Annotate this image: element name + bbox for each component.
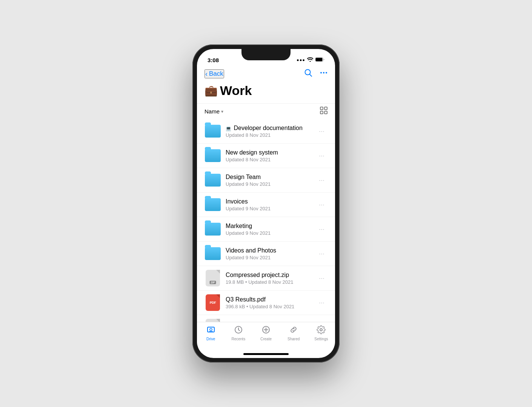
file-info: Videos and Photos Updated 9 Nov 2021 <box>226 247 316 260</box>
link-icon <box>289 325 298 336</box>
file-list: 💻 Developer documentation Updated 8 Nov … <box>197 119 335 322</box>
svg-point-4 <box>320 72 322 73</box>
folder-icon <box>205 174 221 187</box>
more-options-icon[interactable]: ··· <box>316 248 328 259</box>
file-info: 💻 Developer documentation Updated 8 Nov … <box>226 125 316 138</box>
zip-icon-wrap: ZIP <box>204 319 221 322</box>
sort-button[interactable]: Name ▾ <box>204 108 223 115</box>
list-item[interactable]: ZIP Compressed project.zip 19.8 MB • Upd… <box>197 266 335 291</box>
more-options-icon[interactable]: ··· <box>316 297 328 308</box>
folder-icon <box>205 198 221 211</box>
phone-screen: 3:08 ●●● <box>197 49 335 358</box>
page-title: 💼 Work <box>204 83 328 98</box>
file-meta: 396.8 kB • Updated 8 Nov 2021 <box>226 304 316 309</box>
file-name: Compressed project.zip <box>226 272 316 278</box>
svg-rect-10 <box>324 111 327 114</box>
file-name: Q3 Results.pdf <box>226 296 316 303</box>
file-name: Invoices <box>226 198 316 205</box>
sort-bar: Name ▾ <box>197 103 335 119</box>
svg-point-6 <box>326 72 327 73</box>
file-meta: Updated 8 Nov 2021 <box>226 132 316 138</box>
back-label: Back <box>209 70 223 78</box>
search-button[interactable] <box>304 69 312 79</box>
plus-circle-icon <box>261 325 271 336</box>
folder-icon-wrap <box>204 221 221 237</box>
folder-icon <box>205 149 221 162</box>
svg-line-3 <box>310 74 312 77</box>
svg-rect-7 <box>320 107 323 110</box>
status-time: 3:08 <box>208 57 219 63</box>
grid-view-button[interactable] <box>320 107 328 116</box>
file-info: Q3 Results.pdf 396.8 kB • Updated 8 Nov … <box>226 296 316 309</box>
battery-icon <box>315 57 324 63</box>
list-item[interactable]: Design Team Updated 9 Nov 2021 ··· <box>197 168 335 193</box>
tab-shared-label: Shared <box>288 337 300 341</box>
folder-icon <box>205 125 221 138</box>
svg-point-12 <box>210 329 212 331</box>
nav-bar: ‹ Back <box>197 66 335 82</box>
list-item[interactable]: Videos and Photos Updated 9 Nov 2021 ··· <box>197 242 335 266</box>
folder-icon <box>205 223 221 236</box>
folder-icon-wrap <box>204 123 221 139</box>
list-item[interactable]: PDF Q3 Results.pdf 396.8 kB • Updated 8 … <box>197 291 335 315</box>
folder-icon-wrap <box>204 245 221 262</box>
file-meta: 19.8 MB • Updated 8 Nov 2021 <box>226 279 316 285</box>
folder-icon-wrap <box>204 147 221 164</box>
notch <box>241 49 291 60</box>
svg-rect-13 <box>209 331 213 332</box>
file-meta: Updated 9 Nov 2021 <box>226 255 316 260</box>
more-options-button[interactable] <box>320 69 328 78</box>
more-options-icon[interactable]: ··· <box>316 150 328 161</box>
file-info: Compressed project.zip 19.8 MB • Updated… <box>226 272 316 285</box>
tab-recents[interactable]: Recents <box>224 325 252 341</box>
tab-create[interactable]: Create <box>252 325 280 341</box>
list-item[interactable]: Invoices Updated 9 Nov 2021 ··· <box>197 193 335 217</box>
svg-point-5 <box>323 72 324 73</box>
file-name: Videos and Photos <box>226 247 316 254</box>
file-name: 💻 Developer documentation <box>226 125 316 132</box>
tab-recents-label: Recents <box>231 337 245 341</box>
more-options-icon[interactable]: ··· <box>316 224 328 235</box>
file-meta: Updated 9 Nov 2021 <box>226 230 316 236</box>
wifi-icon <box>307 57 313 63</box>
pdf-file-icon: PDF <box>206 294 220 311</box>
clock-icon <box>234 325 243 336</box>
folder-icon <box>205 247 221 260</box>
more-options-icon[interactable]: ··· <box>316 199 328 210</box>
back-chevron-icon: ‹ <box>205 70 208 77</box>
title-emoji: 💼 <box>204 84 218 97</box>
folder-icon-wrap <box>204 172 221 188</box>
tab-settings[interactable]: Settings <box>308 325 335 341</box>
file-name: New design system <box>226 149 316 156</box>
content-area: ‹ Back <box>197 66 335 322</box>
more-options-icon[interactable]: ··· <box>316 175 328 186</box>
list-item[interactable]: 💻 Developer documentation Updated 8 Nov … <box>197 119 335 144</box>
file-info: Invoices Updated 9 Nov 2021 <box>226 198 316 211</box>
tab-shared[interactable]: Shared <box>280 325 308 341</box>
nav-actions <box>304 69 328 79</box>
tab-settings-label: Settings <box>314 337 328 341</box>
file-meta: Updated 9 Nov 2021 <box>226 181 316 187</box>
status-icons: ●●● <box>297 57 324 63</box>
file-meta: Updated 9 Nov 2021 <box>226 206 316 211</box>
file-name: Marketing <box>226 223 316 230</box>
folder-icon-wrap <box>204 196 221 213</box>
pdf-icon-wrap: PDF <box>204 294 221 311</box>
zip-icon-wrap: ZIP <box>204 270 221 286</box>
file-info: Marketing Updated 9 Nov 2021 <box>226 223 316 236</box>
phone-shell: 3:08 ●●● <box>192 44 340 363</box>
list-item[interactable]: New design system Updated 8 Nov 2021 ··· <box>197 144 335 168</box>
more-options-icon[interactable]: ··· <box>316 273 328 284</box>
tab-drive[interactable]: Drive <box>197 325 224 341</box>
file-meta: Updated 8 Nov 2021 <box>226 157 316 162</box>
tab-bar: Drive Recents <box>197 322 335 353</box>
gear-icon <box>317 325 326 336</box>
sort-label-text: Name <box>204 108 220 115</box>
file-name: Design Team <box>226 174 316 181</box>
page-title-text: Work <box>220 83 252 98</box>
back-button[interactable]: ‹ Back <box>204 69 224 78</box>
file-info: New design system Updated 8 Nov 2021 <box>226 149 316 162</box>
list-item[interactable]: ZIP Branding assets.zip ··· <box>197 315 335 322</box>
list-item[interactable]: Marketing Updated 9 Nov 2021 ··· <box>197 217 335 242</box>
more-options-icon[interactable]: ··· <box>316 126 328 137</box>
